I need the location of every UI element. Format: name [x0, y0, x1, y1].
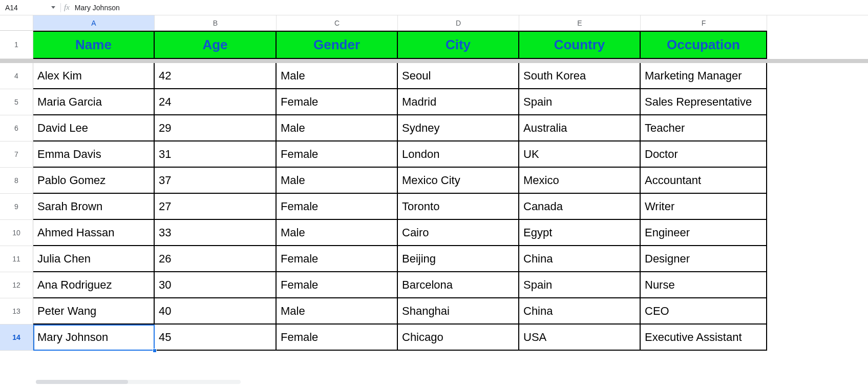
cell[interactable]: 37	[155, 168, 277, 194]
cell[interactable]: Writer	[641, 194, 767, 220]
row-header-1[interactable]: 1	[0, 31, 33, 59]
cell[interactable]: Sydney	[398, 115, 519, 141]
cell[interactable]: Female	[277, 325, 398, 351]
cell[interactable]: Female	[277, 141, 398, 168]
row-header[interactable]: 7	[0, 141, 33, 168]
formula-input[interactable]: Mary Johnson	[75, 4, 865, 12]
cell[interactable]: Alex Kim	[33, 63, 155, 89]
col-header-E[interactable]: E	[519, 15, 641, 31]
cell[interactable]: Designer	[641, 246, 767, 272]
cell[interactable]: Toronto	[398, 194, 519, 220]
cell[interactable]: Sales Representative	[641, 89, 767, 115]
cell[interactable]: CEO	[641, 298, 767, 325]
cell[interactable]: Cairo	[398, 220, 519, 246]
cell[interactable]: 31	[155, 141, 277, 168]
cell[interactable]: Executive Assistant	[641, 325, 767, 351]
cell[interactable]: Male	[277, 298, 398, 325]
header-cell[interactable]: Gender	[277, 31, 398, 59]
cell[interactable]: Doctor	[641, 141, 767, 168]
row-header[interactable]: 8	[0, 168, 33, 194]
header-cell[interactable]: Country	[519, 31, 641, 59]
scroll-thumb[interactable]	[36, 380, 128, 384]
cell[interactable]: Beijing	[398, 246, 519, 272]
cell[interactable]: 40	[155, 298, 277, 325]
row-header[interactable]: 11	[0, 246, 33, 272]
row-header[interactable]: 10	[0, 220, 33, 246]
col-header-C[interactable]: C	[277, 15, 398, 31]
cell[interactable]: Male	[277, 168, 398, 194]
row-header[interactable]: 14	[0, 325, 33, 351]
cell[interactable]: 26	[155, 246, 277, 272]
cell[interactable]: Spain	[519, 272, 641, 298]
row-header[interactable]: 6	[0, 115, 33, 141]
cell[interactable]: Mexico	[519, 168, 641, 194]
cell[interactable]: Female	[277, 272, 398, 298]
cell[interactable]: Male	[277, 115, 398, 141]
cell[interactable]: London	[398, 141, 519, 168]
cell[interactable]: Shanghai	[398, 298, 519, 325]
cell[interactable]: Pablo Gomez	[33, 168, 155, 194]
name-box-dropdown[interactable]	[49, 6, 57, 9]
row-header[interactable]: 13	[0, 298, 33, 325]
cell[interactable]: Male	[277, 220, 398, 246]
row-header[interactable]: 12	[0, 272, 33, 298]
cell[interactable]: Engineer	[641, 220, 767, 246]
cell[interactable]: Seoul	[398, 63, 519, 89]
header-cell[interactable]: Age	[155, 31, 277, 59]
table-row: 11 Julia Chen 26 Female Beijing China De…	[0, 246, 868, 272]
cell[interactable]: 45	[155, 325, 277, 351]
col-header-F[interactable]: F	[641, 15, 767, 31]
cell[interactable]: Australia	[519, 115, 641, 141]
header-cell[interactable]: Name	[33, 31, 155, 59]
cell[interactable]: Nurse	[641, 272, 767, 298]
row-header[interactable]: 9	[0, 194, 33, 220]
cell[interactable]: Female	[277, 194, 398, 220]
cell[interactable]: Barcelona	[398, 272, 519, 298]
cell[interactable]: Ahmed Hassan	[33, 220, 155, 246]
cell[interactable]: Female	[277, 246, 398, 272]
cell[interactable]: Spain	[519, 89, 641, 115]
fx-icon[interactable]: fx	[64, 3, 70, 12]
col-header-A[interactable]: A	[33, 15, 155, 31]
col-header-B[interactable]: B	[155, 15, 277, 31]
hidden-rows-indicator[interactable]	[0, 59, 868, 63]
row-header[interactable]: 4	[0, 63, 33, 89]
cell[interactable]: China	[519, 246, 641, 272]
cell-selected[interactable]: Mary Johnson	[33, 325, 155, 351]
header-cell[interactable]: Occupation	[641, 31, 767, 59]
cell[interactable]: Egypt	[519, 220, 641, 246]
cell[interactable]: Accountant	[641, 168, 767, 194]
cell[interactable]: 30	[155, 272, 277, 298]
cell[interactable]: USA	[519, 325, 641, 351]
cell[interactable]: Canada	[519, 194, 641, 220]
horizontal-scrollbar[interactable]	[36, 379, 241, 385]
header-cell[interactable]: City	[398, 31, 519, 59]
cell[interactable]: China	[519, 298, 641, 325]
cell[interactable]: Marketing Manager	[641, 63, 767, 89]
cell[interactable]: 29	[155, 115, 277, 141]
cell[interactable]: Maria Garcia	[33, 89, 155, 115]
cell[interactable]: David Lee	[33, 115, 155, 141]
col-header-D[interactable]: D	[398, 15, 519, 31]
cell[interactable]: Julia Chen	[33, 246, 155, 272]
cell[interactable]: Female	[277, 89, 398, 115]
cell[interactable]: Sarah Brown	[33, 194, 155, 220]
cell[interactable]: 24	[155, 89, 277, 115]
cell[interactable]: South Korea	[519, 63, 641, 89]
cell[interactable]: 42	[155, 63, 277, 89]
cell[interactable]: 27	[155, 194, 277, 220]
cell[interactable]: Chicago	[398, 325, 519, 351]
cell[interactable]: Ana Rodriguez	[33, 272, 155, 298]
cell[interactable]: Peter Wang	[33, 298, 155, 325]
cell[interactable]: UK	[519, 141, 641, 168]
cell[interactable]: 33	[155, 220, 277, 246]
cell[interactable]: Emma Davis	[33, 141, 155, 168]
select-all-corner[interactable]	[0, 15, 33, 31]
name-box[interactable]: A14	[3, 3, 49, 13]
cell[interactable]: Madrid	[398, 89, 519, 115]
cell[interactable]: Male	[277, 63, 398, 89]
row-header[interactable]: 5	[0, 89, 33, 115]
table-row: 10 Ahmed Hassan 33 Male Cairo Egypt Engi…	[0, 220, 868, 246]
cell[interactable]: Teacher	[641, 115, 767, 141]
cell[interactable]: Mexico City	[398, 168, 519, 194]
